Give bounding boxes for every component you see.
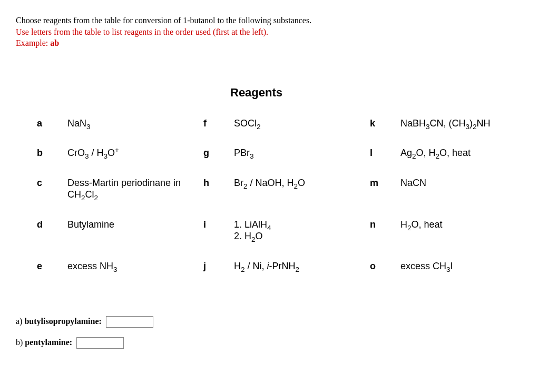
reagent-formula: NaN3 <box>67 117 189 148</box>
instruction-line-2: Use letters from the table to list reage… <box>16 26 532 38</box>
reagent-formula: Ag2O, H2O, heat <box>400 147 537 177</box>
reagent-letter: g <box>203 147 219 177</box>
example-prefix: Example: <box>16 38 50 47</box>
reagent-formula: excess NH3 <box>67 260 189 290</box>
reagent-formula: CrO3 / H3O+ <box>67 147 189 177</box>
reagent-formula: PBr3 <box>234 147 355 177</box>
instructions-block: Choose reagents from the table for conve… <box>16 15 532 49</box>
reagent-letter: j <box>203 260 219 290</box>
reagents-heading: Reagents <box>230 86 532 100</box>
answer-input-b[interactable] <box>76 337 124 349</box>
reagent-letter: f <box>203 117 219 148</box>
instruction-line-1: Choose reagents from the table for conve… <box>16 15 532 26</box>
reagent-formula: H2 / Ni, i-PrNH2 <box>234 260 355 290</box>
reagent-formula: NaCN <box>400 177 537 207</box>
answer-input-a[interactable] <box>106 316 153 328</box>
reagent-formula: H2O, heat <box>400 219 537 249</box>
reagent-letter: m <box>370 177 386 207</box>
reagent-letter: a <box>37 117 53 148</box>
reagent-letter: e <box>37 260 53 290</box>
reagent-formula: excess CH3I <box>400 260 537 290</box>
reagent-formula: NaBH3CN, (CH3)2NH <box>400 117 537 148</box>
reagent-formula: Dess-Martin periodinane in CH2Cl2 <box>67 177 189 219</box>
reagent-letter: k <box>370 117 386 148</box>
reagent-letter: n <box>370 219 386 249</box>
question-b: b) pentylamine: <box>16 337 532 349</box>
question-a: a) butylisopropylamine: <box>16 316 532 328</box>
question-b-label: b) pentylamine: <box>16 338 72 347</box>
example-value: ab <box>50 38 59 47</box>
reagents-table: a NaN3 f SOCl2 k NaBH3CN, (CH3)2NH b CrO… <box>37 117 532 290</box>
reagent-letter: o <box>370 260 386 290</box>
reagent-letter: i <box>203 219 219 249</box>
reagent-formula: Butylamine <box>67 219 189 249</box>
reagent-letter: c <box>37 177 53 207</box>
reagents-section: Reagents a NaN3 f SOCl2 k NaBH3CN, (CH3)… <box>37 86 532 290</box>
questions-block: a) butylisopropylamine: b) pentylamine: <box>16 316 532 349</box>
instruction-line-3: Example: ab <box>16 37 532 49</box>
reagent-letter: b <box>37 147 53 177</box>
reagent-formula: Br2 / NaOH, H2O <box>234 177 355 207</box>
question-a-label: a) butylisopropylamine: <box>16 317 102 326</box>
reagent-formula: SOCl2 <box>234 117 355 148</box>
reagent-letter: l <box>370 147 386 177</box>
reagent-formula: 1. LiAlH42. H2O <box>234 219 355 260</box>
reagent-letter: d <box>37 219 53 249</box>
reagent-letter: h <box>203 177 219 207</box>
